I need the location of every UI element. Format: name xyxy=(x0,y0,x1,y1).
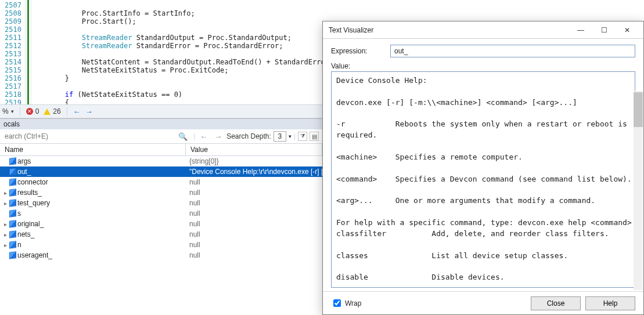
warning-count[interactable]: 26 xyxy=(41,107,63,115)
variable-name: results_ xyxy=(17,189,42,197)
error-icon: ✕ xyxy=(26,108,33,115)
close-button[interactable]: Close xyxy=(531,296,581,310)
locals-row[interactable]: ▸nets_null xyxy=(0,229,322,240)
locals-row[interactable]: useragent_null xyxy=(0,250,322,260)
locals-rows[interactable]: args{string[0]}out_"Device Console Help:… xyxy=(0,156,322,315)
variable-icon xyxy=(9,157,16,165)
zoom-indicator[interactable]: % ▾ xyxy=(0,107,16,115)
dialog-title: Text Visualizer xyxy=(329,26,569,34)
expander-icon[interactable]: ▸ xyxy=(2,200,8,207)
locals-row[interactable]: args{string[0]} xyxy=(0,156,322,166)
search-icon[interactable]: 🔍 xyxy=(175,132,191,141)
variable-icon xyxy=(9,241,16,248)
code-area[interactable]: Proc.StartInfo = StartInfo; Proc.Start()… xyxy=(31,0,322,104)
search-depth-label: Search Depth: xyxy=(226,132,271,140)
code-editor[interactable]: 2507250825092510251125122513251425152516… xyxy=(0,0,322,104)
nav-forward-button[interactable]: → xyxy=(83,107,95,116)
editor-status-bar: % ▾ ✕ 0 26 ← → xyxy=(0,104,322,118)
variable-name: out_ xyxy=(17,168,31,176)
expander-icon[interactable]: ▸ xyxy=(2,221,8,227)
variable-name: original_ xyxy=(17,220,44,228)
variable-icon xyxy=(9,199,16,207)
variable-icon xyxy=(9,168,16,175)
dialog-footer: Wrap Close Help xyxy=(323,291,643,314)
variable-name: n xyxy=(17,241,21,249)
wrap-checkbox[interactable]: Wrap xyxy=(331,298,361,309)
change-marker-bar xyxy=(26,0,31,104)
error-count[interactable]: ✕ 0 xyxy=(24,107,42,115)
search-forward-button[interactable]: → xyxy=(212,132,224,141)
variable-value: "Device Console Help:\r\r\ndevcon.exe [-… xyxy=(186,168,322,176)
variable-value: null xyxy=(186,209,322,218)
line-gutter: 2507250825092510251125122513251425152516… xyxy=(0,0,26,104)
variable-icon xyxy=(9,251,16,259)
value-textbox[interactable]: Device Console Help: devcon.exe [-r] [-m… xyxy=(331,71,635,288)
variable-name: s xyxy=(17,209,21,218)
locals-row[interactable]: snull xyxy=(0,208,322,219)
maximize-button[interactable]: ☐ xyxy=(592,24,616,37)
value-label: Value: xyxy=(331,62,635,70)
variable-value: null xyxy=(186,178,322,186)
locals-row[interactable]: out_"Device Console Help:\r\r\ndevcon.ex… xyxy=(0,166,322,177)
close-icon[interactable]: ✕ xyxy=(616,24,639,37)
variable-name: test_query xyxy=(17,199,50,207)
locals-row[interactable]: ▸original_null xyxy=(0,219,322,229)
expression-input[interactable]: out_ xyxy=(390,45,635,57)
columns-icon[interactable]: ▤ xyxy=(310,132,319,141)
wrap-checkbox-input[interactable] xyxy=(333,299,341,307)
locals-header-value[interactable]: Value xyxy=(186,144,322,155)
locals-search-input[interactable] xyxy=(3,132,172,141)
locals-header: Name Value xyxy=(0,144,322,156)
variable-icon xyxy=(9,209,16,217)
filter-icon[interactable]: ⧩ xyxy=(298,132,307,141)
variable-icon xyxy=(9,189,16,196)
variable-icon xyxy=(9,220,16,227)
dialog-scrollbar[interactable] xyxy=(634,91,643,290)
minimize-button[interactable]: — xyxy=(569,24,592,37)
variable-value: {string[0]} xyxy=(186,157,322,165)
variable-value: null xyxy=(186,251,322,259)
variable-value: null xyxy=(186,241,322,249)
help-button[interactable]: Help xyxy=(585,296,635,310)
locals-header-name[interactable]: Name xyxy=(0,144,186,155)
locals-panel: ocals 🔍 | ← → Search Depth: 3 ▾ | ⧩ ▤ Na… xyxy=(0,118,322,315)
variable-name: nets_ xyxy=(17,230,34,238)
variable-value: null xyxy=(186,189,322,197)
locals-toolbar: 🔍 | ← → Search Depth: 3 ▾ | ⧩ ▤ xyxy=(0,129,322,144)
variable-value: null xyxy=(186,220,322,228)
wrap-label: Wrap xyxy=(345,299,361,307)
variable-value: null xyxy=(186,230,322,238)
nav-back-button[interactable]: ← xyxy=(71,107,83,116)
variable-icon xyxy=(9,178,16,186)
variable-value: null xyxy=(186,199,322,207)
warning-icon xyxy=(44,108,51,115)
locals-title: ocals xyxy=(0,119,322,129)
search-depth-input[interactable]: 3 xyxy=(274,131,286,142)
expander-icon[interactable]: ▸ xyxy=(2,231,8,238)
zoom-percent-label: % xyxy=(2,107,9,115)
variable-icon xyxy=(9,230,16,238)
dialog-titlebar[interactable]: Text Visualizer — ☐ ✕ xyxy=(323,21,643,39)
locals-row[interactable]: ▸nnull xyxy=(0,240,322,250)
expander-icon[interactable]: ▸ xyxy=(2,190,8,196)
variable-name: args xyxy=(17,157,31,165)
locals-row[interactable]: connectornull xyxy=(0,177,322,187)
expander-icon[interactable]: ▸ xyxy=(2,242,8,248)
variable-name: useragent_ xyxy=(17,251,52,259)
variable-name: connector xyxy=(17,178,48,186)
locals-row[interactable]: ▸test_querynull xyxy=(0,198,322,208)
search-back-button[interactable]: ← xyxy=(197,132,210,141)
text-visualizer-dialog: Text Visualizer — ☐ ✕ Expression: out_ V… xyxy=(322,21,644,315)
locals-row[interactable]: ▸results_null xyxy=(0,187,322,198)
expression-label: Expression: xyxy=(331,47,383,55)
